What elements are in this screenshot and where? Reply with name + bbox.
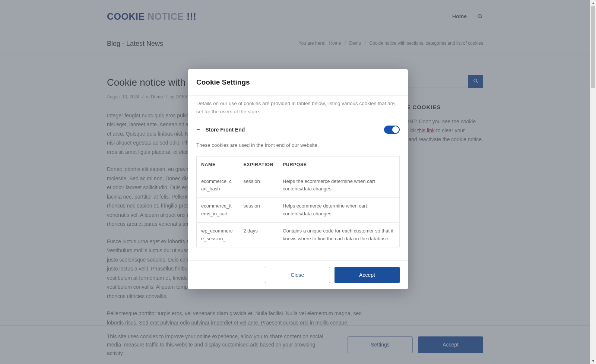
cell-name: wp_ecommerce_session_: [197, 222, 239, 247]
cell-purpose: Contains a unique code for each customer…: [278, 222, 400, 247]
collapse-icon[interactable]: −: [196, 126, 200, 133]
section-label[interactable]: Store Front End: [206, 126, 245, 134]
modal-close-button[interactable]: Close: [265, 267, 330, 283]
page-scrollbar[interactable]: ▲ ▼: [590, 0, 596, 364]
modal-header: Cookie Settings: [188, 69, 408, 96]
section-head-store-front-end: − Store Front End: [196, 123, 400, 136]
table-row: ecommerce_cart_hash session Helps the ec…: [197, 173, 400, 198]
scroll-track[interactable]: [590, 6, 596, 358]
section-toggle[interactable]: [384, 126, 400, 134]
modal-accept-button[interactable]: Accept: [335, 267, 400, 283]
cookie-table: NAME EXPIRATION PURPOSE ecommerce_cart_h…: [196, 156, 400, 248]
cell-purpose: Helps the ecommerce determine when cart …: [278, 173, 400, 198]
table-row: ecommerce_items_in_cart session Helps ec…: [197, 198, 400, 223]
cell-name: ecommerce_items_in_cart: [197, 198, 239, 223]
table-row: wp_ecommerce_session_ 2 days Contains a …: [197, 222, 400, 247]
cell-name: ecommerce_cart_hash: [197, 173, 239, 198]
th-purpose: PURPOSE: [278, 156, 400, 173]
scroll-thumb[interactable]: [591, 6, 595, 88]
toggle-knob: [392, 126, 399, 133]
modal-note: Details on our use of cookies are provid…: [196, 96, 400, 122]
cell-expiration: 2 days: [239, 222, 278, 247]
modal-footer: Close Accept: [188, 260, 408, 289]
th-name: NAME: [197, 156, 239, 173]
modal-body[interactable]: Details on our use of cookies are provid…: [188, 96, 408, 260]
th-expiration: EXPIRATION: [239, 156, 278, 173]
section-description: These cookies are used in the front end …: [196, 136, 400, 156]
cookie-settings-modal: Cookie Settings Details on our use of co…: [188, 69, 408, 289]
cell-expiration: session: [239, 173, 278, 198]
scroll-down-arrow-icon[interactable]: ▼: [590, 358, 596, 364]
scroll-up-arrow-icon[interactable]: ▲: [590, 0, 596, 6]
cell-expiration: session: [239, 198, 278, 223]
modal-title: Cookie Settings: [196, 77, 400, 88]
cell-purpose: Helps ecommerce determine when cart cont…: [278, 198, 400, 223]
